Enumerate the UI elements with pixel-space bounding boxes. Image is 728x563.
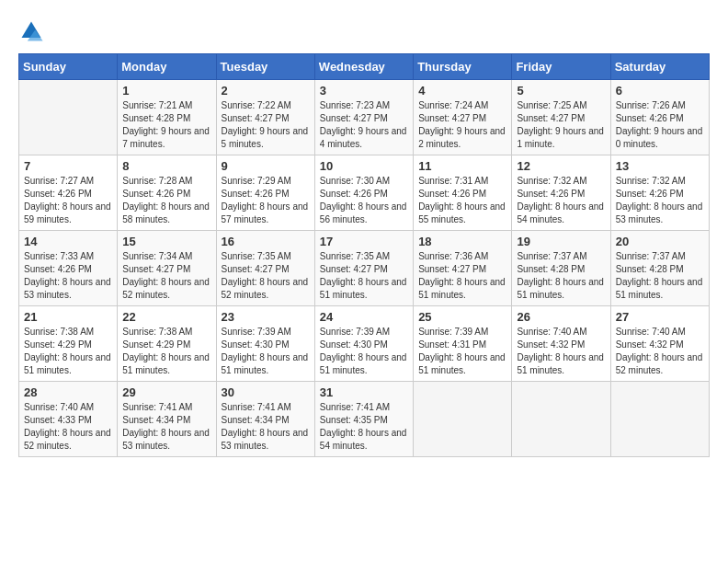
day-number: 14	[24, 235, 112, 248]
day-info: Sunrise: 7:21 AMSunset: 4:28 PMDaylight:…	[122, 99, 210, 151]
calendar-cell: 6Sunrise: 7:26 AMSunset: 4:26 PMDaylight…	[610, 80, 709, 155]
day-info: Sunrise: 7:38 AMSunset: 4:29 PMDaylight:…	[24, 326, 112, 377]
day-number: 21	[24, 310, 112, 324]
calendar-cell: 8Sunrise: 7:28 AMSunset: 4:26 PMDaylight…	[118, 155, 216, 231]
calendar-cell: 21Sunrise: 7:38 AMSunset: 4:29 PMDayligh…	[19, 306, 118, 382]
day-of-week-header: Wednesday	[314, 54, 413, 80]
calendar-cell: 3Sunrise: 7:23 AMSunset: 4:27 PMDaylight…	[314, 80, 413, 155]
day-number: 3	[320, 84, 408, 98]
calendar-week-row: 14Sunrise: 7:33 AMSunset: 4:26 PMDayligh…	[19, 231, 710, 306]
day-of-week-header: Thursday	[414, 54, 512, 80]
day-number: 29	[122, 385, 210, 399]
day-info: Sunrise: 7:36 AMSunset: 4:27 PMDaylight:…	[418, 250, 506, 302]
calendar-cell: 29Sunrise: 7:41 AMSunset: 4:34 PMDayligh…	[118, 382, 216, 457]
day-of-week-header: Monday	[118, 54, 216, 80]
calendar-cell: 19Sunrise: 7:37 AMSunset: 4:28 PMDayligh…	[512, 231, 610, 306]
day-number: 6	[616, 84, 704, 98]
calendar-cell: 13Sunrise: 7:32 AMSunset: 4:26 PMDayligh…	[610, 155, 709, 231]
day-info: Sunrise: 7:41 AMSunset: 4:34 PMDaylight:…	[122, 401, 210, 453]
day-info: Sunrise: 7:40 AMSunset: 4:32 PMDaylight:…	[517, 326, 605, 377]
calendar-cell: 9Sunrise: 7:29 AMSunset: 4:26 PMDaylight…	[216, 155, 314, 231]
day-of-week-header: Friday	[512, 54, 610, 80]
calendar-week-row: 21Sunrise: 7:38 AMSunset: 4:29 PMDayligh…	[19, 306, 710, 382]
calendar-cell: 31Sunrise: 7:41 AMSunset: 4:35 PMDayligh…	[314, 382, 413, 457]
day-info: Sunrise: 7:40 AMSunset: 4:33 PMDaylight:…	[24, 401, 112, 453]
day-info: Sunrise: 7:22 AMSunset: 4:27 PMDaylight:…	[222, 99, 310, 151]
day-info: Sunrise: 7:29 AMSunset: 4:26 PMDaylight:…	[222, 175, 310, 226]
day-info: Sunrise: 7:37 AMSunset: 4:28 PMDaylight:…	[517, 250, 605, 302]
calendar-cell: 20Sunrise: 7:37 AMSunset: 4:28 PMDayligh…	[610, 231, 709, 306]
day-number: 28	[24, 385, 112, 399]
calendar-cell: 22Sunrise: 7:38 AMSunset: 4:29 PMDayligh…	[118, 306, 216, 382]
calendar-cell: 2Sunrise: 7:22 AMSunset: 4:27 PMDaylight…	[216, 80, 314, 155]
day-info: Sunrise: 7:39 AMSunset: 4:31 PMDaylight:…	[418, 326, 506, 377]
calendar-cell: 1Sunrise: 7:21 AMSunset: 4:28 PMDaylight…	[118, 80, 216, 155]
day-number: 20	[616, 235, 704, 248]
day-of-week-header: Sunday	[19, 54, 118, 80]
day-info: Sunrise: 7:27 AMSunset: 4:26 PMDaylight:…	[24, 175, 112, 226]
day-info: Sunrise: 7:37 AMSunset: 4:28 PMDaylight:…	[616, 250, 704, 302]
day-number: 19	[517, 235, 605, 248]
day-number: 9	[222, 159, 310, 173]
calendar-cell: 25Sunrise: 7:39 AMSunset: 4:31 PMDayligh…	[414, 306, 512, 382]
day-number: 12	[517, 159, 605, 173]
day-info: Sunrise: 7:34 AMSunset: 4:27 PMDaylight:…	[122, 250, 210, 302]
day-number: 1	[122, 84, 210, 98]
day-info: Sunrise: 7:24 AMSunset: 4:27 PMDaylight:…	[418, 99, 506, 151]
day-number: 31	[320, 385, 408, 399]
day-info: Sunrise: 7:41 AMSunset: 4:35 PMDaylight:…	[320, 401, 408, 453]
calendar-week-row: 7Sunrise: 7:27 AMSunset: 4:26 PMDaylight…	[19, 155, 710, 231]
logo	[18, 18, 48, 44]
day-info: Sunrise: 7:40 AMSunset: 4:32 PMDaylight:…	[616, 326, 704, 377]
day-info: Sunrise: 7:31 AMSunset: 4:26 PMDaylight:…	[418, 175, 506, 226]
day-number: 27	[616, 310, 704, 324]
day-info: Sunrise: 7:38 AMSunset: 4:29 PMDaylight:…	[122, 326, 210, 377]
day-number: 18	[418, 235, 506, 248]
calendar-cell: 4Sunrise: 7:24 AMSunset: 4:27 PMDaylight…	[414, 80, 512, 155]
calendar-cell: 30Sunrise: 7:41 AMSunset: 4:34 PMDayligh…	[216, 382, 314, 457]
day-number: 7	[24, 159, 112, 173]
day-info: Sunrise: 7:30 AMSunset: 4:26 PMDaylight:…	[320, 175, 408, 226]
day-info: Sunrise: 7:28 AMSunset: 4:26 PMDaylight:…	[122, 175, 210, 226]
day-info: Sunrise: 7:39 AMSunset: 4:30 PMDaylight:…	[320, 326, 408, 377]
calendar-cell: 7Sunrise: 7:27 AMSunset: 4:26 PMDaylight…	[19, 155, 118, 231]
day-number: 23	[222, 310, 310, 324]
day-number: 10	[320, 159, 408, 173]
calendar-cell	[414, 382, 512, 457]
day-number: 13	[616, 159, 704, 173]
calendar-cell: 12Sunrise: 7:32 AMSunset: 4:26 PMDayligh…	[512, 155, 610, 231]
day-number: 8	[122, 159, 210, 173]
day-info: Sunrise: 7:33 AMSunset: 4:26 PMDaylight:…	[24, 250, 112, 302]
day-number: 15	[122, 235, 210, 248]
calendar-cell: 5Sunrise: 7:25 AMSunset: 4:27 PMDaylight…	[512, 80, 610, 155]
calendar-cell	[19, 80, 118, 155]
day-number: 30	[222, 385, 310, 399]
day-number: 2	[222, 84, 310, 98]
day-of-week-header: Tuesday	[216, 54, 314, 80]
day-of-week-header: Saturday	[610, 54, 709, 80]
calendar-header-row: SundayMondayTuesdayWednesdayThursdayFrid…	[19, 54, 710, 80]
day-number: 22	[122, 310, 210, 324]
day-info: Sunrise: 7:32 AMSunset: 4:26 PMDaylight:…	[517, 175, 605, 226]
day-info: Sunrise: 7:35 AMSunset: 4:27 PMDaylight:…	[222, 250, 310, 302]
calendar-cell: 26Sunrise: 7:40 AMSunset: 4:32 PMDayligh…	[512, 306, 610, 382]
calendar-week-row: 1Sunrise: 7:21 AMSunset: 4:28 PMDaylight…	[19, 80, 710, 155]
calendar-cell: 16Sunrise: 7:35 AMSunset: 4:27 PMDayligh…	[216, 231, 314, 306]
calendar-cell: 15Sunrise: 7:34 AMSunset: 4:27 PMDayligh…	[118, 231, 216, 306]
page-header	[18, 18, 710, 44]
calendar-cell: 27Sunrise: 7:40 AMSunset: 4:32 PMDayligh…	[610, 306, 709, 382]
calendar-table: SundayMondayTuesdayWednesdayThursdayFrid…	[18, 53, 710, 457]
day-info: Sunrise: 7:39 AMSunset: 4:30 PMDaylight:…	[222, 326, 310, 377]
day-number: 17	[320, 235, 408, 248]
calendar-cell: 10Sunrise: 7:30 AMSunset: 4:26 PMDayligh…	[314, 155, 413, 231]
day-number: 11	[418, 159, 506, 173]
calendar-cell: 14Sunrise: 7:33 AMSunset: 4:26 PMDayligh…	[19, 231, 118, 306]
day-info: Sunrise: 7:32 AMSunset: 4:26 PMDaylight:…	[616, 175, 704, 226]
day-number: 24	[320, 310, 408, 324]
calendar-cell: 17Sunrise: 7:35 AMSunset: 4:27 PMDayligh…	[314, 231, 413, 306]
calendar-cell: 18Sunrise: 7:36 AMSunset: 4:27 PMDayligh…	[414, 231, 512, 306]
calendar-cell: 11Sunrise: 7:31 AMSunset: 4:26 PMDayligh…	[414, 155, 512, 231]
day-info: Sunrise: 7:41 AMSunset: 4:34 PMDaylight:…	[222, 401, 310, 453]
day-info: Sunrise: 7:23 AMSunset: 4:27 PMDaylight:…	[320, 99, 408, 151]
day-info: Sunrise: 7:25 AMSunset: 4:27 PMDaylight:…	[517, 99, 605, 151]
